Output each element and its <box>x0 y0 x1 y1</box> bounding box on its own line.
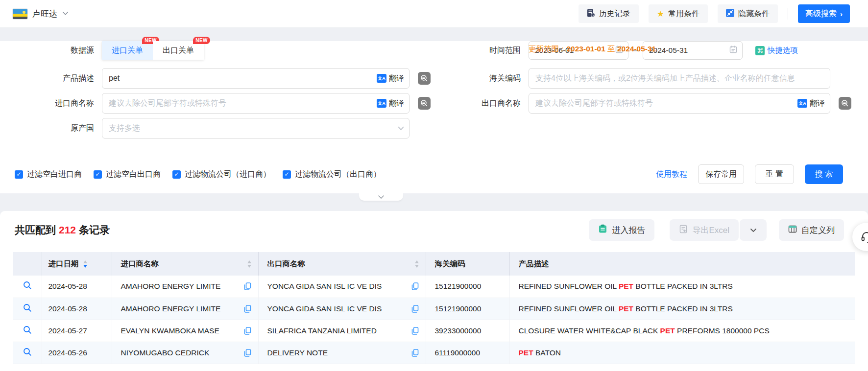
row-detail-search-icon[interactable] <box>23 348 32 356</box>
header-importer-name[interactable]: 进口商名称 <box>112 252 258 276</box>
checkbox-filter-blank-exporter[interactable]: ✓ 过滤空白出口商 <box>94 169 161 180</box>
keyword-highlight: PET <box>619 304 633 313</box>
divider <box>788 8 788 20</box>
sort-icon[interactable] <box>415 260 419 268</box>
advanced-search-button[interactable]: 高级搜索 › <box>798 4 850 23</box>
row-detail-search-icon[interactable] <box>23 303 32 312</box>
fuzzy-match-toggle-icon[interactable] <box>839 97 851 110</box>
origin-country-select[interactable]: 支持多选 <box>102 118 410 139</box>
calendar-icon <box>729 46 737 55</box>
data-source-label: 数据源 <box>0 46 94 56</box>
sort-icon[interactable] <box>247 260 251 268</box>
update-range-note: 更新范围：2023-01-01 至 2024-05-31 <box>529 44 656 54</box>
report-icon <box>598 224 607 236</box>
hs-code-cell: 61119000000 <box>426 342 509 364</box>
import-date-cell: 2024-05-28 <box>42 298 112 320</box>
collapse-panel-tab[interactable] <box>359 193 403 201</box>
top-actions: 历史记录 ★ 常用条件 隐藏条件 高级搜索 › <box>579 4 850 23</box>
copy-icon[interactable] <box>244 282 251 290</box>
hs-code-input[interactable]: 支持4位以上海关编码，或2位海关编码加上产品描述、企业名称的任意信息 <box>529 68 830 89</box>
checkbox-checked-icon: ✓ <box>172 170 181 179</box>
checkbox-filter-logistics-importer[interactable]: ✓ 过滤物流公司（进口商） <box>172 169 271 180</box>
header-row-action <box>13 252 42 276</box>
importer-label: 进口商名称 <box>0 98 94 109</box>
fuzzy-match-toggle-icon[interactable] <box>418 72 431 85</box>
copy-icon[interactable] <box>411 349 419 357</box>
export-dropdown-button[interactable] <box>740 219 767 241</box>
header-hs-code: 海关编码 <box>426 252 509 276</box>
tutorial-link[interactable]: 使用教程 <box>656 169 687 180</box>
tab-export-declarations[interactable]: 出口关单 NEW <box>153 41 204 60</box>
sort-icon[interactable] <box>83 260 87 268</box>
translate-button[interactable]: 文A 翻译 <box>797 98 825 109</box>
keyword-highlight: PET <box>660 326 675 335</box>
copy-icon[interactable] <box>244 305 251 313</box>
reset-button[interactable]: 重 置 <box>755 164 794 184</box>
row-detail-search-icon[interactable] <box>23 325 32 334</box>
hs-code-cell: 39233000000 <box>426 320 509 342</box>
copy-icon[interactable] <box>411 305 419 313</box>
hs-code-label: 海关编码 <box>439 73 521 84</box>
checkbox-filter-logistics-exporter[interactable]: ✓ 过滤物流公司（出口商） <box>283 169 381 180</box>
checkbox-filter-blank-importer[interactable]: ✓ 过滤空白进口商 <box>15 169 82 180</box>
star-icon: ★ <box>657 9 664 19</box>
time-range-label: 时间范围 <box>439 46 521 56</box>
row-detail-search-icon[interactable] <box>23 281 32 290</box>
hs-code-cell: 15121900000 <box>426 276 509 298</box>
exporter-input[interactable]: 建议去除公司尾部字符或特殊符号 文A 翻译 <box>529 93 830 114</box>
checkbox-checked-icon: ✓ <box>94 170 102 179</box>
import-date-cell: 2024-05-28 <box>42 276 112 298</box>
product-desc-label: 产品描述 <box>0 73 94 84</box>
date-to-input[interactable]: 2024-05-31 <box>643 41 743 60</box>
data-source-tabs: 进口关单 NEW 出口关单 NEW <box>102 41 204 60</box>
history-button[interactable]: 历史记录 <box>579 4 639 23</box>
columns-icon <box>788 225 797 236</box>
enter-report-button[interactable]: 进入报告 <box>589 219 654 241</box>
table-row: 2024-05-27 EVALYN KWAMBOKA MASE SILAFRIC… <box>13 320 855 342</box>
favorites-button[interactable]: ★ 常用条件 <box>649 4 708 23</box>
export-excel-button[interactable]: 导出Excel <box>670 219 739 241</box>
keyword-highlight: PET <box>519 348 533 357</box>
checkbox-checked-icon: ✓ <box>15 170 23 179</box>
results-count-title: 共匹配到212条记录 <box>15 223 110 237</box>
command-icon: ⌘ <box>755 46 765 55</box>
product-desc-input[interactable]: pet 文A 翻译 <box>102 68 410 89</box>
translate-button[interactable]: 文A 翻译 <box>377 98 404 109</box>
header-import-date[interactable]: 进口日期 <box>42 252 112 276</box>
exporter-label: 出口商名称 <box>439 98 521 109</box>
collapse-icon <box>726 9 734 19</box>
copy-icon[interactable] <box>411 282 419 290</box>
save-favorite-button[interactable]: 保存常用 <box>698 164 744 184</box>
product-desc-cell: REFINED SUNFLOWER OIL PET BOTTLE PACKED … <box>509 276 855 298</box>
custom-columns-button[interactable]: 自定义列 <box>779 219 844 241</box>
results-panel: 共匹配到212条记录 进入报告 导出Excel <box>0 211 868 371</box>
importer-name-cell: AMAHORO ENERGY LIMITE <box>121 304 221 313</box>
exporter-name-cell: DELIVERY NOTE <box>267 348 328 357</box>
search-panel: 更新范围：2023-01-01 至 2024-05-31 数据源 进口关单 NE… <box>0 41 868 193</box>
chevron-down-icon <box>62 10 69 17</box>
import-date-cell: 2024-05-26 <box>42 342 112 364</box>
translate-button[interactable]: 文A 翻译 <box>377 73 404 84</box>
importer-input[interactable]: 建议去除公司尾部字符或特殊符号 文A 翻译 <box>102 93 410 114</box>
copy-icon[interactable] <box>244 327 251 335</box>
rwanda-flag-icon <box>13 9 27 19</box>
hide-conditions-button[interactable]: 隐藏条件 <box>718 4 778 23</box>
fuzzy-match-toggle-icon[interactable] <box>418 97 431 110</box>
country-selector[interactable]: 卢旺达 <box>13 8 69 20</box>
hs-code-cell: 15121900000 <box>426 298 509 320</box>
header-exporter-name[interactable]: 出口商名称 <box>258 252 426 276</box>
quick-options-link[interactable]: ⌘ 快捷选项 <box>755 46 798 56</box>
results-count: 212 <box>56 224 79 235</box>
search-button[interactable]: 搜 索 <box>805 164 843 184</box>
country-name: 卢旺达 <box>32 8 57 20</box>
copy-icon[interactable] <box>411 327 419 335</box>
copy-icon[interactable] <box>244 349 251 357</box>
origin-country-label: 原产国 <box>0 123 94 134</box>
table-row: 2024-05-28 AMAHORO ENERGY LIMITE YONCA G… <box>13 276 855 298</box>
tab-import-declarations[interactable]: 进口关单 NEW <box>102 41 153 60</box>
table-row: 2024-05-28 AMAHORO ENERGY LIMITE YONCA G… <box>13 298 855 320</box>
chevron-down-icon <box>398 125 404 132</box>
importer-name-cell: EVALYN KWAMBOKA MASE <box>121 326 219 335</box>
top-bar: 卢旺达 历史记录 ★ 常用条件 隐藏条件 高级搜索 › <box>0 0 868 28</box>
header-product-desc: 产品描述 <box>509 252 855 276</box>
